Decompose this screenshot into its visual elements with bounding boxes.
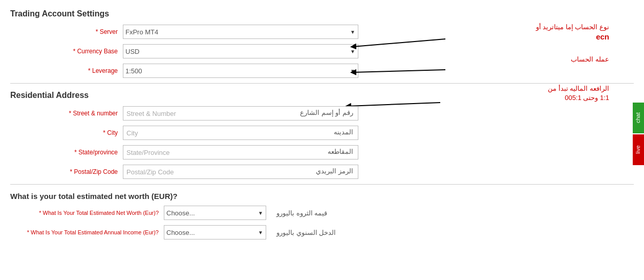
svg-line-1 bbox=[353, 70, 445, 72]
currency-label: * Currency Base bbox=[10, 48, 123, 55]
currency-select-wrapper[interactable]: USD bbox=[123, 44, 358, 58]
arrow2-svg bbox=[348, 67, 450, 77]
leverage-select[interactable]: 1:500 bbox=[123, 64, 358, 78]
postal-label: * Postal/Zip Code bbox=[10, 168, 123, 175]
chat-button[interactable]: chat bbox=[633, 103, 644, 133]
income-annotation: الدخل السنوي باليورو bbox=[276, 229, 336, 236]
residential-section-title: Residential Address bbox=[10, 91, 634, 100]
server-annotation: نوع الحساب إما ميتاتريد أو ecn bbox=[440, 22, 609, 41]
state-annotation: المقاطعه bbox=[328, 148, 353, 155]
income-select-wrapper[interactable]: Choose... bbox=[164, 225, 266, 239]
income-label: * What Is Your Total Estimated Annual In… bbox=[10, 229, 164, 235]
city-input[interactable] bbox=[123, 126, 358, 140]
currency-annotation: عمله الحساب bbox=[440, 55, 609, 63]
postal-annotation: الرمز البريدي bbox=[316, 167, 353, 175]
server-select[interactable]: FxPro MT4 bbox=[123, 25, 358, 39]
worth-annotation: قيمه الثروه باليورو bbox=[276, 209, 327, 217]
live-button[interactable]: live bbox=[633, 134, 644, 165]
server-select-wrapper[interactable]: FxPro MT4 bbox=[123, 25, 358, 39]
state-input[interactable] bbox=[123, 145, 358, 159]
arrow1-svg bbox=[348, 36, 450, 52]
side-chat-panel: chat live bbox=[633, 103, 644, 165]
city-label: * City bbox=[10, 129, 123, 136]
worth-select-wrapper[interactable]: Choose... bbox=[164, 206, 266, 220]
currency-select[interactable]: USD bbox=[123, 44, 358, 58]
leverage-select-wrapper[interactable]: 1:500 bbox=[123, 64, 358, 78]
street-label: * Street & number bbox=[10, 110, 123, 117]
section-divider-2 bbox=[10, 184, 634, 185]
svg-line-0 bbox=[353, 39, 445, 47]
worth-label: * What Is Your Total Estimated Net Worth… bbox=[10, 210, 164, 216]
trading-section-title: Trading Account Settings bbox=[10, 9, 634, 18]
income-select[interactable]: Choose... bbox=[164, 225, 266, 239]
worth-select[interactable]: Choose... bbox=[164, 206, 266, 220]
street-annotation: رقم أو إسم الشارع bbox=[300, 109, 353, 116]
server-label: * Server bbox=[10, 28, 123, 35]
leverage-label: * Leverage bbox=[10, 67, 123, 74]
state-label: * State/province bbox=[10, 149, 123, 156]
city-annotation: المدينه bbox=[334, 128, 353, 136]
networth-section-title: What is your total estimated net worth (… bbox=[10, 192, 634, 201]
